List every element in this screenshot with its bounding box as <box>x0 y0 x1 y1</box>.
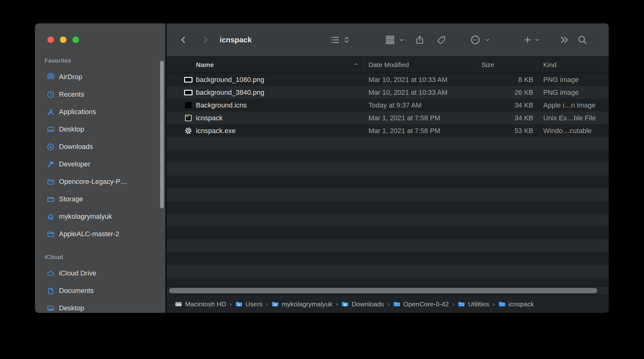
folder-plain-icon <box>393 300 401 308</box>
sidebar-item-airdrop[interactable]: AirDrop <box>35 68 165 86</box>
folder-icon <box>46 177 55 186</box>
path-item-utilities[interactable]: Utilities <box>458 300 489 308</box>
path-item-macintosh-hd[interactable]: Macintosh HD <box>175 300 226 308</box>
appstore-icon <box>46 108 55 116</box>
path-separator: › <box>230 300 232 308</box>
file-row[interactable]: Background.icns Today at 9:37 AM 34 KB A… <box>167 99 609 112</box>
file-row[interactable]: icnspack.exe Mar 1, 2021 at 7:58 PM 53 K… <box>167 124 609 137</box>
column-header-date[interactable]: Date Modified <box>368 61 409 69</box>
file-row[interactable]: background_1080.png Mar 10, 2021 at 10:3… <box>167 73 609 86</box>
empty-row-stripe <box>167 278 609 286</box>
unix-executable-icon <box>184 114 193 122</box>
tag-icon[interactable] <box>436 35 446 45</box>
path-separator: › <box>493 300 495 308</box>
empty-row-stripe <box>167 175 609 188</box>
path-separator: › <box>336 300 338 308</box>
sidebar-item-desktop[interactable]: Desktop <box>35 299 165 313</box>
file-row[interactable]: icnspack Mar 1, 2021 at 7:58 PM 34 KB Un… <box>167 112 609 124</box>
traffic-lights <box>47 36 79 43</box>
sort-chevrons-icon[interactable] <box>343 36 351 44</box>
file-date-modified: Mar 10, 2021 at 10:33 AM <box>368 76 447 84</box>
column-header-size[interactable]: Size <box>481 61 494 69</box>
close-button[interactable] <box>47 36 54 43</box>
path-bar: Macintosh HD › Users › mykolagrymalyuk ›… <box>167 295 609 313</box>
path-item-mykolagrymalyuk[interactable]: mykolagrymalyuk <box>271 300 332 308</box>
sidebar-item-mykolagrymalyuk[interactable]: mykolagrymalyuk <box>35 208 165 225</box>
list-header: Name Date Modified Size Kind <box>167 56 609 73</box>
drive-icon <box>175 300 182 308</box>
empty-row-stripe <box>167 137 609 150</box>
forward-button[interactable] <box>201 36 210 44</box>
hammer-icon <box>46 160 55 169</box>
minimize-button[interactable] <box>60 36 66 43</box>
folder-users-icon <box>235 300 243 308</box>
sidebar-item-label: Downloads <box>59 143 93 151</box>
share-icon[interactable] <box>415 35 425 45</box>
file-kind: PNG image <box>543 89 579 97</box>
column-separator[interactable] <box>538 60 538 69</box>
png-thumbnail-icon <box>184 75 193 84</box>
sidebar-item-opencore-legacy-p[interactable]: Opencore-Legacy-P… <box>35 173 165 190</box>
sidebar-item-recents[interactable]: Recents <box>35 86 165 103</box>
windows-executable-icon <box>184 127 193 135</box>
column-header-kind[interactable]: Kind <box>543 61 556 69</box>
file-row[interactable]: background_3840.png Mar 10, 2021 at 10:3… <box>167 86 609 99</box>
more-actions-icon[interactable] <box>470 35 481 45</box>
horizontal-scrollbar-thumb[interactable] <box>169 288 597 293</box>
sidebar-item-applealc-master-2[interactable]: AppleALC-master-2 <box>35 225 165 243</box>
sidebar-item-developer[interactable]: Developer <box>35 156 165 173</box>
empty-row-stripe <box>167 163 609 175</box>
more-chevron-icon[interactable] <box>484 37 490 43</box>
file-size: 34 KB <box>477 114 533 122</box>
sidebar-item-desktop[interactable]: Desktop <box>35 121 165 138</box>
path-item-icnspack[interactable]: icnspack <box>498 300 534 308</box>
list-view-icon[interactable] <box>329 35 340 45</box>
sidebar-item-label: Documents <box>59 287 94 295</box>
sort-ascending-icon <box>353 61 359 68</box>
horizontal-scrollbar-track[interactable] <box>167 286 609 295</box>
path-item-opencore-0-42[interactable]: OpenCore-0-42 <box>393 300 449 308</box>
empty-row-stripe <box>167 265 609 278</box>
document-icon <box>46 286 55 295</box>
folder-download-icon <box>341 300 349 308</box>
new-folder-plus-icon[interactable] <box>523 35 532 45</box>
group-chevron-icon[interactable] <box>398 36 405 43</box>
group-view-icon[interactable] <box>384 34 396 45</box>
airdrop-icon <box>46 73 55 81</box>
sidebar-item-label: Applications <box>59 108 96 116</box>
zoom-button[interactable] <box>72 36 79 43</box>
file-name: Background.icns <box>196 101 247 109</box>
path-item-users[interactable]: Users <box>235 300 263 308</box>
sidebar-item-label: Developer <box>59 160 90 168</box>
back-button[interactable] <box>179 36 188 44</box>
folder-plain-icon <box>498 300 506 308</box>
icns-file-icon <box>184 101 193 110</box>
overflow-chevrons-icon[interactable] <box>559 35 570 45</box>
column-separator[interactable] <box>477 60 477 69</box>
sidebar-item-documents[interactable]: Documents <box>35 282 165 299</box>
sidebar-item-icloud-drive[interactable]: iCloud Drive <box>35 265 165 282</box>
sidebar-item-label: Desktop <box>59 125 84 133</box>
sidebar-scrollbar[interactable] <box>160 61 164 208</box>
cloud-icon <box>46 269 55 278</box>
search-icon[interactable] <box>577 35 588 45</box>
toolbar: icnspack <box>167 23 609 56</box>
file-date-modified: Mar 1, 2021 at 7:58 PM <box>368 127 440 135</box>
sidebar-item-downloads[interactable]: Downloads <box>35 138 165 156</box>
empty-row-stripe <box>167 239 609 252</box>
path-item-downloads[interactable]: Downloads <box>341 300 384 308</box>
column-header-name[interactable]: Name <box>196 61 214 69</box>
clock-icon <box>46 90 55 99</box>
sidebar-item-applications[interactable]: Applications <box>35 103 165 121</box>
empty-row-stripe <box>167 227 609 239</box>
main-area: icnspack Name Date Modified Size Kind <box>167 23 609 313</box>
png-thumbnail-icon <box>184 88 193 97</box>
file-size: 53 KB <box>477 127 533 135</box>
empty-row-stripe <box>167 188 609 201</box>
column-separator[interactable] <box>364 60 364 69</box>
sidebar-item-label: Storage <box>59 195 83 203</box>
sidebar-item-label: AirDrop <box>59 73 82 81</box>
sidebar-item-storage[interactable]: Storage <box>35 190 165 208</box>
file-kind: Apple i…n image <box>543 101 596 109</box>
new-chevron-icon[interactable] <box>534 37 540 43</box>
